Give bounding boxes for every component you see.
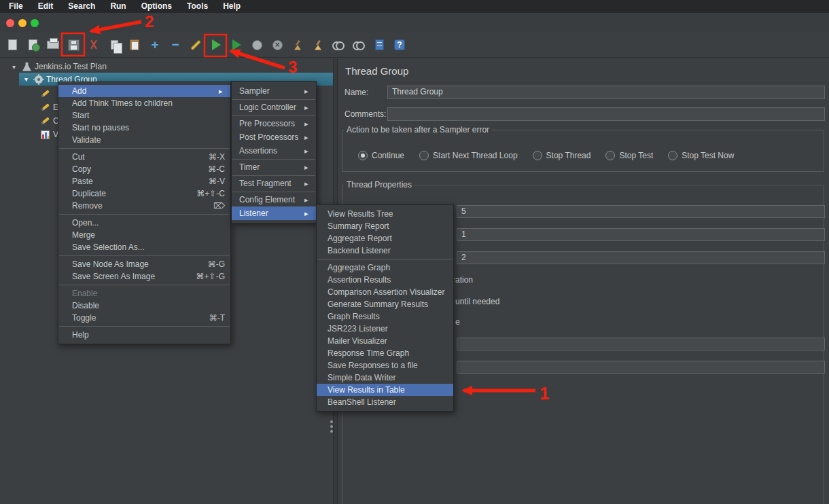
menubar-item[interactable]: Run [103,0,133,13]
menu-item[interactable]: Post Processors [232,130,316,144]
start-no-pauses-icon[interactable] [228,36,245,54]
ramp-up-field[interactable]: 1 [457,228,825,241]
menu-item[interactable]: Config Element [232,193,316,206]
loop-count-field[interactable]: 2 [457,251,825,264]
menubar-item[interactable]: Edit [31,0,61,13]
menu-item[interactable]: Start no pauses [58,122,230,134]
menu-item[interactable]: Comparison Assertion Visualizer [317,286,453,298]
menu-item[interactable]: View Results in Table [317,384,453,396]
close-window-button[interactable] [6,19,14,27]
startup-delay-field[interactable] [457,361,825,374]
submenu-arrow-icon [304,101,311,114]
radio-option[interactable]: Start Next Thread Loop [419,151,518,160]
tree-item[interactable] [41,87,59,101]
number-of-threads-field[interactable]: 5 [457,205,825,218]
tree-item-test-plan[interactable]: Jenkins.io Test Plan [12,60,107,73]
function-helper-icon[interactable] [371,36,387,54]
menu-item[interactable]: Save Selection As... [58,241,230,253]
clear-all-icon[interactable] [310,36,326,54]
menu-item[interactable]: Simple Data Writer [317,372,453,384]
paste-icon[interactable] [126,36,143,54]
comments-field[interactable] [387,107,825,121]
help-icon[interactable]: ? [391,36,408,54]
radio-icon [605,151,615,160]
shortcut-label: ⌦ [213,200,225,212]
menu-item[interactable]: Graph Results [317,310,453,323]
radio-option[interactable]: Stop Test Now [668,151,734,160]
menu-item[interactable]: Assertions [232,144,316,158]
menu-item[interactable]: Toggle ⌘-T [58,312,230,324]
cut-icon[interactable] [86,36,102,54]
new-file-icon[interactable] [4,36,20,54]
tree-item[interactable]: V [41,128,59,141]
menu-item[interactable]: Timer [232,160,316,174]
menu-item[interactable]: Enable [58,287,230,300]
collapse-all-icon[interactable]: − [167,36,183,54]
menu-item[interactable]: Add Think Times to children [58,97,230,109]
menu-item[interactable]: Merge [58,229,230,241]
save-icon[interactable] [65,36,82,54]
toggle-icon[interactable] [188,36,204,54]
menu-item[interactable]: Aggregate Graph [317,262,453,274]
menu-item[interactable]: Duplicate ⌘+⇧-C [58,187,230,200]
radio-option[interactable]: Stop Thread [533,151,591,160]
menu-item[interactable]: Copy ⌘-C [58,163,230,175]
menu-item[interactable]: Mailer Visualizer [317,335,453,347]
menubar-item[interactable]: Help [215,0,248,13]
menu-item[interactable]: Backend Listener [317,245,453,257]
menu-item[interactable]: Validate [58,134,230,146]
menubar-item[interactable]: Tools [179,0,215,13]
submenu-arrow-icon [304,144,311,158]
menu-item[interactable]: Listener [232,206,316,220]
menu-item[interactable]: Logic Controller [232,101,316,114]
menu-item[interactable]: Disable [58,300,230,312]
menu-item[interactable]: JSR223 Listener [317,323,453,335]
menu-item[interactable]: Save Responses to a file [317,359,453,372]
expand-arrow-icon[interactable] [12,63,19,71]
templates-icon[interactable] [24,36,41,54]
menu-item[interactable]: Save Node As Image ⌘-G [58,258,230,270]
radio-option[interactable]: Stop Test [605,151,653,160]
menu-item[interactable]: Paste ⌘-V [58,175,230,187]
search-icon[interactable] [330,36,347,54]
menu-item[interactable]: Summary Report [317,220,453,232]
menu-item[interactable]: Test Fragment [232,177,316,190]
open-file-icon[interactable] [45,36,61,54]
zoom-window-button[interactable] [31,19,39,27]
thread-properties-group-title: Thread Properties [344,180,414,190]
menu-item[interactable]: Pre Processors [232,117,316,130]
start-icon[interactable] [208,36,224,54]
splitter-grip-icon[interactable] [330,420,333,423]
expand-arrow-icon[interactable] [24,75,31,83]
menubar-item[interactable]: Search [60,0,103,13]
expand-all-icon[interactable]: + [147,36,163,54]
menu-item[interactable]: Start [58,109,230,122]
menu-item[interactable]: Help [58,329,230,341]
menu-item[interactable]: Aggregate Report [317,232,453,245]
shutdown-icon[interactable] [269,36,285,54]
menu-item[interactable]: Add [58,85,230,97]
menu-item[interactable]: Sampler [232,84,316,98]
name-field[interactable]: Thread Group [387,86,825,99]
menu-item[interactable]: Cut ⌘-X [58,151,230,163]
menu-item[interactable]: BeanShell Listener [317,396,453,408]
menu-item[interactable]: Save Screen As Image ⌘+⇧-G [58,270,230,283]
tree-item[interactable]: C [41,114,59,128]
menu-item[interactable]: Remove ⌦ [58,200,230,212]
menu-item[interactable]: Generate Summary Results [317,298,453,310]
menu-item[interactable]: View Results Tree [317,208,453,220]
duration-field[interactable] [457,338,825,350]
stop-icon[interactable] [249,36,265,54]
shortcut-label: ⌘-V [209,175,225,187]
menu-item[interactable]: Open... [58,217,230,229]
clear-icon[interactable] [289,36,306,54]
radio-option[interactable]: Continue [358,151,404,160]
menubar-item[interactable]: Options [134,0,179,13]
menu-item[interactable]: Response Time Graph [317,347,453,359]
minimize-window-button[interactable] [18,19,27,27]
menu-item[interactable]: Assertion Results [317,274,453,286]
search-reset-icon[interactable] [351,36,367,54]
menubar-item[interactable]: File [1,0,31,13]
tree-item[interactable]: E [41,101,59,114]
copy-icon[interactable] [106,36,122,54]
